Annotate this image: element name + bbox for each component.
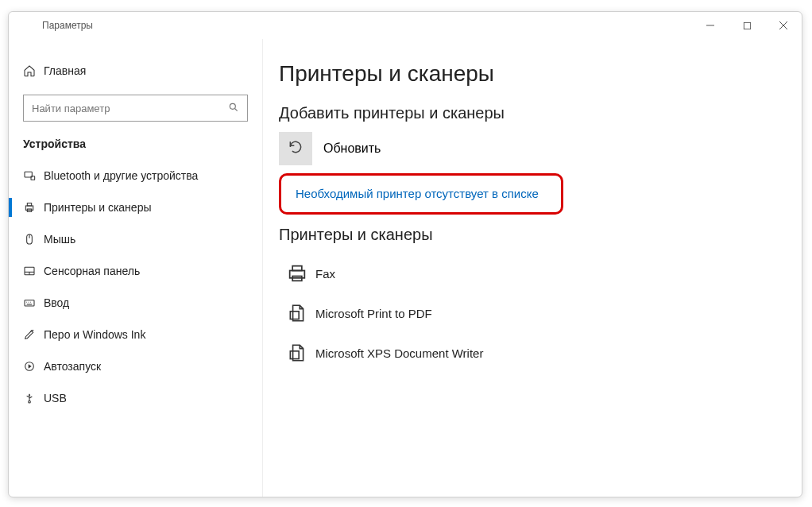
list-section-title: Принтеры и сканеры xyxy=(279,226,786,244)
home-icon xyxy=(23,64,44,77)
sidebar: Главная Найти параметр Устройства Blueto… xyxy=(9,39,263,497)
svg-rect-8 xyxy=(25,206,33,210)
sidebar-item-pen[interactable]: Перо и Windows Ink xyxy=(9,319,262,350)
add-section-title: Добавить принтеры и сканеры xyxy=(279,104,786,122)
refresh-label: Обновить xyxy=(323,141,381,156)
sidebar-item-label: USB xyxy=(44,392,67,404)
refresh-button[interactable] xyxy=(279,132,312,165)
usb-icon xyxy=(23,392,44,404)
maximize-button[interactable] xyxy=(729,12,765,39)
sidebar-home[interactable]: Главная xyxy=(9,55,262,87)
search-input[interactable]: Найти параметр xyxy=(23,95,248,122)
title-bar: Параметры xyxy=(9,12,802,39)
window-title: Параметры xyxy=(42,20,93,31)
refresh-row: Обновить xyxy=(279,132,786,165)
sidebar-item-touchpad[interactable]: Сенсорная панель xyxy=(9,255,262,287)
device-pdf[interactable]: Microsoft Print to PDF xyxy=(279,293,786,333)
close-button[interactable] xyxy=(765,12,802,39)
sidebar-item-label: Сенсорная панель xyxy=(44,265,140,277)
document-icon xyxy=(279,303,315,323)
device-label: Microsoft XPS Document Writer xyxy=(315,346,483,360)
mouse-icon xyxy=(23,233,44,246)
search-placeholder: Найти параметр xyxy=(32,103,110,114)
autoplay-icon xyxy=(23,360,44,373)
minimize-button[interactable] xyxy=(692,12,729,39)
device-fax[interactable]: Fax xyxy=(279,254,786,293)
svg-rect-1 xyxy=(744,22,750,29)
device-xps[interactable]: Microsoft XPS Document Writer xyxy=(279,333,786,373)
sidebar-item-label: Автозапуск xyxy=(44,360,101,373)
sidebar-item-label: Мышь xyxy=(44,233,75,246)
home-label: Главная xyxy=(44,64,86,77)
page-title: Принтеры и сканеры xyxy=(279,61,786,87)
sidebar-item-label: Ввод xyxy=(44,296,69,309)
printer-icon xyxy=(23,201,44,214)
bluetooth-icon xyxy=(23,169,44,182)
fax-icon xyxy=(279,262,315,284)
keyboard-icon xyxy=(23,296,44,309)
sidebar-item-label: Bluetooth и другие устройства xyxy=(44,169,198,182)
highlight-box: Необходимый принтер отсутствует в списке xyxy=(279,173,563,215)
settings-window: Параметры Главная Найти параметр xyxy=(8,11,802,497)
refresh-icon xyxy=(288,139,304,158)
svg-rect-25 xyxy=(292,266,302,271)
svg-rect-27 xyxy=(290,312,299,319)
svg-rect-9 xyxy=(27,203,31,206)
svg-rect-7 xyxy=(31,176,35,180)
device-label: Microsoft Print to PDF xyxy=(315,307,432,320)
sidebar-item-label: Перо и Windows Ink xyxy=(44,328,145,341)
sidebar-item-label: Принтеры и сканеры xyxy=(44,201,151,214)
sidebar-item-printers[interactable]: Принтеры и сканеры xyxy=(9,192,262,223)
device-label: Fax xyxy=(315,267,335,281)
svg-line-5 xyxy=(235,108,238,110)
sidebar-item-autoplay[interactable]: Автозапуск xyxy=(9,350,262,382)
document-icon xyxy=(279,343,315,363)
sidebar-item-typing[interactable]: Ввод xyxy=(9,287,262,319)
printer-not-listed-link[interactable]: Необходимый принтер отсутствует в списке xyxy=(296,187,539,200)
sidebar-item-bluetooth[interactable]: Bluetooth и другие устройства xyxy=(9,160,262,192)
svg-point-4 xyxy=(230,103,235,109)
back-button[interactable] xyxy=(17,19,39,33)
svg-rect-16 xyxy=(25,300,34,306)
content-area: Принтеры и сканеры Добавить принтеры и с… xyxy=(263,39,802,497)
svg-point-22 xyxy=(29,401,31,403)
nav-list: Bluetooth и другие устройства Принтеры и… xyxy=(9,160,262,414)
sidebar-category: Устройства xyxy=(9,133,262,160)
pen-icon xyxy=(23,328,44,341)
search-icon xyxy=(228,102,239,115)
touchpad-icon xyxy=(23,265,44,277)
sidebar-item-usb[interactable]: USB xyxy=(9,382,262,414)
sidebar-item-mouse[interactable]: Мышь xyxy=(9,223,262,255)
svg-rect-28 xyxy=(290,351,299,359)
